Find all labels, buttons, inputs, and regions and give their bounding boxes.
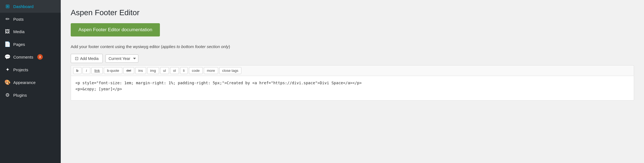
description-prefix: Add your footer content using the wysiwy… (71, 44, 162, 49)
format-bold-button[interactable]: b (73, 67, 81, 74)
format-link-button[interactable]: link (91, 67, 103, 74)
sidebar-item-appearance[interactable]: 🎨 Appearance (0, 76, 61, 89)
format-code-button[interactable]: code (189, 67, 203, 74)
sidebar: ⊞ Dashboard ✏ Posts 🖼 Media 📄 Pages 💬 Co… (0, 0, 61, 163)
format-bar: b i link b-quote del ins img ul ol li co… (71, 65, 634, 76)
format-ul-button[interactable]: ul (160, 67, 169, 74)
pages-icon: 📄 (4, 41, 10, 47)
dashboard-icon: ⊞ (4, 3, 10, 9)
format-ins-button[interactable]: ins (135, 67, 146, 74)
sidebar-item-plugins[interactable]: ⚙ Plugins (0, 89, 61, 101)
sidebar-item-comments[interactable]: 💬 Comments 3 (0, 51, 61, 63)
add-media-label: Add Media (80, 56, 99, 61)
comments-icon: 💬 (4, 54, 10, 60)
description-text: Add your footer content using the wysiwy… (71, 44, 634, 49)
sidebar-item-projects[interactable]: ✦ Projects (0, 63, 61, 76)
description-suffix: ) (229, 44, 230, 49)
media-icon: 🖼 (4, 29, 10, 35)
add-media-button[interactable]: ⊡ Add Media (71, 54, 103, 63)
sidebar-item-dashboard[interactable]: ⊞ Dashboard (0, 0, 61, 13)
appearance-icon: 🎨 (4, 79, 10, 85)
sidebar-item-label: Plugins (13, 93, 27, 98)
format-del-button[interactable]: del (123, 67, 134, 74)
sidebar-item-posts[interactable]: ✏ Posts (0, 13, 61, 25)
sidebar-item-label: Dashboard (13, 4, 33, 9)
main-content: Aspen Footer Editor Aspen Footer Editor … (61, 0, 644, 163)
plugins-icon: ⚙ (4, 92, 10, 98)
sidebar-item-label: Projects (13, 67, 28, 72)
sidebar-item-label: Comments (13, 55, 33, 59)
editor-toolbar: ⊡ Add Media Current Year (71, 54, 634, 63)
format-img-button[interactable]: img (147, 67, 159, 74)
sidebar-item-label: Media (13, 29, 25, 34)
description-italic: applies to bottom footer section only (162, 44, 229, 49)
format-more-button[interactable]: more (204, 67, 218, 74)
add-media-icon: ⊡ (75, 56, 78, 61)
format-ol-button[interactable]: ol (170, 67, 179, 74)
format-close-tags-button[interactable]: close tags (219, 67, 242, 74)
editor-line-2: <p>&copy; [year]</p> (75, 86, 629, 92)
sidebar-item-label: Posts (13, 17, 24, 22)
page-title: Aspen Footer Editor (71, 8, 634, 17)
sidebar-item-label: Appearance (13, 80, 36, 85)
projects-icon: ✦ (4, 67, 10, 73)
sidebar-item-media[interactable]: 🖼 Media (0, 25, 61, 38)
comments-badge: 3 (37, 54, 43, 60)
sidebar-item-label: Pages (13, 42, 25, 47)
format-italic-button[interactable]: i (83, 67, 90, 74)
current-year-select[interactable]: Current Year (105, 54, 138, 63)
editor-area[interactable]: <p style="font-size: 1em; margin-right: … (71, 76, 634, 101)
editor-line-1: <p style="font-size: 1em; margin-right: … (75, 80, 629, 86)
posts-icon: ✏ (4, 16, 10, 22)
format-bquote-button[interactable]: b-quote (104, 67, 122, 74)
doc-button[interactable]: Aspen Footer Editor documentation (71, 23, 160, 36)
format-li-button[interactable]: li (180, 67, 188, 74)
sidebar-item-pages[interactable]: 📄 Pages (0, 38, 61, 51)
